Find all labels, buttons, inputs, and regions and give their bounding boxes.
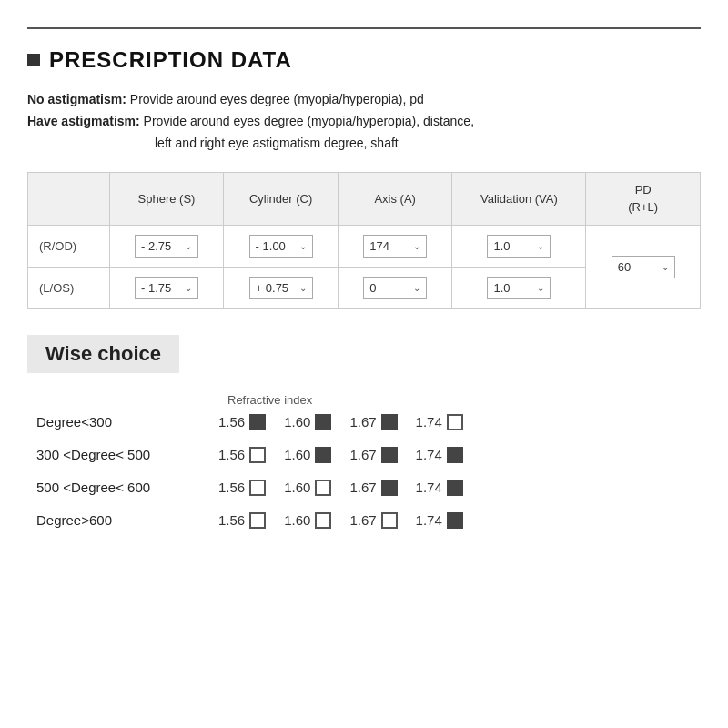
chevron-down-icon: ⌄: [537, 241, 544, 251]
refractive-row-2: 500 <Degree< 600 1.56 1.60 1.67 1.74: [36, 480, 701, 496]
ref-checkbox-3-3[interactable]: [447, 512, 463, 529]
col-header-pd: PD(R+L): [586, 173, 701, 225]
ref-option-2-1[interactable]: 1.60: [284, 480, 331, 496]
have-astigmatism-text2: left and right eye astigmatism degree, s…: [155, 133, 701, 155]
have-astigmatism-line: Have astigmatism: Provide around eyes de…: [27, 111, 701, 133]
ref-value-1-2: 1.67: [349, 447, 376, 462]
row-label-los: (L/OS): [28, 267, 110, 308]
ref-value-2-2: 1.67: [349, 480, 376, 495]
chevron-down-icon: ⌄: [299, 283, 307, 293]
refractive-section: Refractive index Degree<300 1.56 1.60 1.…: [27, 393, 701, 529]
ref-checkbox-3-1[interactable]: [315, 512, 331, 529]
ref-option-2-0[interactable]: 1.56: [218, 480, 266, 496]
ref-checkbox-3-0[interactable]: [249, 512, 266, 529]
options-row-3: 1.56 1.60 1.67 1.74: [218, 512, 463, 529]
axis-los[interactable]: 0 ⌄: [338, 267, 452, 308]
ref-value-1-1: 1.60: [284, 447, 310, 462]
ref-option-3-2[interactable]: 1.67: [349, 512, 397, 529]
ref-option-0-3[interactable]: 1.74: [416, 414, 463, 430]
chevron-down-icon: ⌄: [413, 283, 420, 293]
cylinder-rod-dropdown[interactable]: - 1.00 ⌄: [249, 235, 313, 258]
chevron-down-icon: ⌄: [185, 283, 192, 293]
top-divider: [27, 27, 701, 29]
chevron-down-icon: ⌄: [537, 283, 544, 293]
validation-los-dropdown[interactable]: 1.0 ⌄: [487, 277, 551, 299]
validation-rod-value: 1.0: [493, 239, 510, 253]
degree-label-1: 300 <Degree< 500: [36, 447, 218, 462]
sphere-rod-value: - 2.75: [141, 239, 171, 253]
page-title: PRESCRIPTION DATA: [49, 47, 292, 73]
ref-value-2-1: 1.60: [284, 480, 310, 495]
ref-value-3-0: 1.56: [218, 512, 245, 528]
ref-option-2-2[interactable]: 1.67: [349, 480, 397, 496]
ref-checkbox-0-2[interactable]: [381, 414, 398, 430]
cylinder-los[interactable]: + 0.75 ⌄: [224, 267, 339, 308]
degree-label-3: Degree>600: [36, 512, 218, 528]
chevron-down-icon: ⌄: [662, 262, 669, 272]
ref-option-2-3[interactable]: 1.74: [416, 480, 463, 496]
chevron-down-icon: ⌄: [299, 241, 307, 251]
no-astigmatism-label: No astigmatism:: [27, 92, 126, 106]
ref-value-0-2: 1.67: [349, 414, 376, 430]
ref-option-3-3[interactable]: 1.74: [416, 512, 463, 529]
ref-option-0-0[interactable]: 1.56: [218, 414, 266, 430]
cylinder-los-dropdown[interactable]: + 0.75 ⌄: [249, 277, 313, 299]
options-row-1: 1.56 1.60 1.67 1.74: [218, 447, 463, 463]
ref-value-1-0: 1.56: [218, 447, 245, 462]
refractive-index-label: Refractive index: [228, 393, 701, 407]
col-header-empty: [28, 173, 110, 225]
sphere-los-dropdown[interactable]: - 1.75 ⌄: [135, 277, 198, 299]
ref-value-2-0: 1.56: [218, 480, 245, 495]
sphere-rod[interactable]: - 2.75 ⌄: [109, 225, 224, 267]
ref-value-1-3: 1.74: [416, 447, 442, 462]
prescription-table: Sphere (S) Cylinder (C) Axis (A) Validat…: [27, 172, 701, 308]
cylinder-rod[interactable]: - 1.00 ⌄: [224, 225, 339, 267]
sphere-rod-dropdown[interactable]: - 2.75 ⌄: [135, 235, 198, 258]
cylinder-rod-value: - 1.00: [256, 239, 286, 253]
prescription-description: No astigmatism: Provide around eyes degr…: [27, 89, 701, 154]
ref-option-3-0[interactable]: 1.56: [218, 512, 266, 529]
ref-checkbox-2-2[interactable]: [381, 480, 398, 496]
ref-checkbox-2-3[interactable]: [447, 480, 463, 496]
ref-checkbox-1-3[interactable]: [447, 447, 463, 463]
ref-checkbox-2-1[interactable]: [315, 480, 331, 496]
ref-value-2-3: 1.74: [416, 480, 442, 495]
table-row-rod: (R/OD) - 2.75 ⌄ - 1.00 ⌄ 174 ⌄: [28, 225, 701, 267]
options-row-0: 1.56 1.60 1.67 1.74: [218, 414, 463, 430]
sphere-los-value: - 1.75: [141, 281, 171, 295]
chevron-down-icon: ⌄: [185, 241, 192, 251]
ref-checkbox-1-2[interactable]: [381, 447, 398, 463]
ref-option-1-3[interactable]: 1.74: [416, 447, 463, 463]
ref-option-1-1[interactable]: 1.60: [284, 447, 331, 463]
ref-checkbox-0-1[interactable]: [315, 414, 331, 430]
ref-option-0-1[interactable]: 1.60: [284, 414, 331, 430]
ref-checkbox-3-2[interactable]: [381, 512, 398, 529]
pd-cell[interactable]: 60 ⌄: [586, 225, 701, 308]
axis-los-value: 0: [369, 281, 376, 295]
ref-value-0-3: 1.74: [416, 414, 442, 430]
pd-dropdown[interactable]: 60 ⌄: [612, 256, 675, 278]
ref-checkbox-2-0[interactable]: [249, 480, 266, 496]
ref-checkbox-1-0[interactable]: [249, 447, 266, 463]
square-icon: [27, 54, 40, 66]
ref-option-1-2[interactable]: 1.67: [349, 447, 397, 463]
ref-option-0-2[interactable]: 1.67: [349, 414, 397, 430]
ref-checkbox-1-1[interactable]: [315, 447, 331, 463]
ref-checkbox-0-3[interactable]: [447, 414, 463, 430]
validation-rod[interactable]: 1.0 ⌄: [452, 225, 586, 267]
refractive-row-3: Degree>600 1.56 1.60 1.67 1.74: [36, 512, 701, 529]
ref-checkbox-0-0[interactable]: [249, 414, 266, 430]
options-row-2: 1.56 1.60 1.67 1.74: [218, 480, 463, 496]
validation-los[interactable]: 1.0 ⌄: [452, 267, 586, 308]
axis-rod-value: 174: [369, 239, 389, 253]
wise-choice-section: Wise choice Refractive index Degree<300 …: [27, 335, 701, 529]
axis-los-dropdown[interactable]: 0 ⌄: [363, 277, 427, 299]
section-title: PRESCRIPTION DATA: [27, 47, 701, 73]
ref-option-1-0[interactable]: 1.56: [218, 447, 266, 463]
axis-rod[interactable]: 174 ⌄: [338, 225, 452, 267]
axis-rod-dropdown[interactable]: 174 ⌄: [363, 235, 427, 258]
ref-option-3-1[interactable]: 1.60: [284, 512, 331, 529]
validation-rod-dropdown[interactable]: 1.0 ⌄: [487, 235, 551, 258]
sphere-los[interactable]: - 1.75 ⌄: [109, 267, 224, 308]
have-astigmatism-text: Provide around eyes degree (myopia/hyper…: [140, 114, 474, 128]
